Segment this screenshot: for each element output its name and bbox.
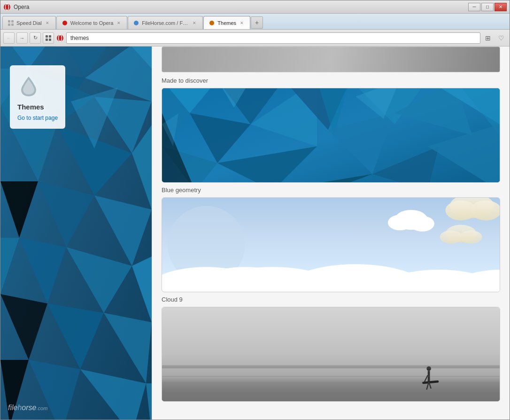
tab-label: Themes bbox=[217, 20, 236, 26]
tab-close-speed-dial[interactable]: ✕ bbox=[44, 20, 51, 26]
theme-info-card: Themes Go to start page bbox=[10, 65, 65, 129]
main-panel[interactable]: Made to discover bbox=[152, 47, 510, 420]
themes-content: Made to discover bbox=[152, 47, 510, 414]
close-button[interactable]: ✕ bbox=[495, 3, 507, 11]
heart-button[interactable]: ♡ bbox=[495, 32, 507, 44]
svg-point-8 bbox=[209, 21, 214, 25]
browser-window: Opera ─ □ ✕ Speed Dial ✕ Welcome to Oper… bbox=[0, 0, 510, 420]
address-input[interactable] bbox=[66, 32, 480, 44]
address-bar: ← → ↻ ⊞ ♡ bbox=[0, 30, 510, 47]
speed-dial-nav-button[interactable] bbox=[43, 32, 54, 44]
section-label-made-to-discover: Made to discover bbox=[162, 77, 500, 84]
sidebar: Themes Go to start page filehorse.com bbox=[0, 47, 152, 420]
tab-label: FileHorse.com / Free Soft... bbox=[142, 20, 189, 26]
section-label-cloud9: Cloud 9 bbox=[162, 296, 500, 303]
section-label-blue-geometry: Blue geometry bbox=[162, 187, 500, 194]
forward-button[interactable]: → bbox=[16, 32, 28, 44]
svg-rect-12 bbox=[49, 39, 51, 41]
tab-close-welcome[interactable]: ✕ bbox=[116, 20, 122, 26]
tab-welcome[interactable]: Welcome to Opera ✕ bbox=[56, 16, 128, 29]
window-controls: ─ □ ✕ bbox=[468, 3, 507, 11]
opera-badge bbox=[56, 34, 64, 42]
svg-point-0 bbox=[4, 4, 10, 10]
cloud9-image bbox=[162, 198, 500, 292]
theme-card-icon bbox=[17, 73, 40, 99]
new-tab-button[interactable]: + bbox=[251, 16, 263, 29]
svg-rect-85 bbox=[162, 366, 500, 368]
svg-point-7 bbox=[134, 21, 139, 25]
theme-preview-beach[interactable] bbox=[162, 307, 500, 402]
stash-button[interactable]: ⊞ bbox=[482, 32, 494, 44]
tab-bar: Speed Dial ✕ Welcome to Opera ✕ FileHors… bbox=[0, 14, 510, 30]
filehorse-icon bbox=[133, 20, 139, 26]
reload-button[interactable]: ↻ bbox=[30, 32, 41, 44]
svg-rect-11 bbox=[46, 39, 48, 41]
back-button[interactable]: ← bbox=[3, 32, 15, 44]
svg-rect-2 bbox=[8, 20, 10, 23]
tab-label: Speed Dial bbox=[16, 20, 42, 26]
window-title: Opera bbox=[14, 4, 468, 10]
svg-point-88 bbox=[426, 366, 431, 371]
restore-button[interactable]: □ bbox=[481, 3, 494, 11]
tab-filehorse[interactable]: FileHorse.com / Free Soft... ✕ bbox=[128, 16, 203, 29]
sidebar-theme-title: Themes bbox=[17, 103, 44, 111]
tab-close-filehorse[interactable]: ✕ bbox=[191, 20, 198, 26]
svg-point-83 bbox=[460, 230, 482, 243]
title-bar: Opera ─ □ ✕ bbox=[0, 0, 510, 14]
svg-point-77 bbox=[410, 216, 434, 232]
sidebar-theme-subtitle[interactable]: Go to start page bbox=[17, 115, 58, 121]
blue-geometry-image bbox=[162, 88, 500, 182]
opera-logo bbox=[3, 3, 11, 11]
svg-rect-5 bbox=[11, 23, 14, 26]
top-partial-preview[interactable] bbox=[162, 47, 500, 72]
sidebar-content: Themes Go to start page bbox=[0, 47, 152, 420]
tab-close-themes[interactable]: ✕ bbox=[239, 20, 245, 26]
svg-rect-4 bbox=[8, 23, 10, 26]
tab-speed-dial[interactable]: Speed Dial ✕ bbox=[2, 16, 56, 29]
tab-themes[interactable]: Themes ✕ bbox=[203, 16, 250, 29]
svg-rect-10 bbox=[49, 35, 51, 38]
welcome-icon bbox=[62, 20, 68, 26]
svg-point-76 bbox=[388, 215, 412, 230]
content-area: Themes Go to start page filehorse.com Ma… bbox=[0, 47, 510, 420]
svg-rect-86 bbox=[162, 382, 500, 401]
minimize-button[interactable]: ─ bbox=[468, 3, 480, 11]
beach-image bbox=[162, 307, 500, 401]
theme-preview-blue-geometry[interactable] bbox=[162, 88, 500, 183]
themes-icon bbox=[209, 20, 215, 26]
svg-point-13 bbox=[57, 35, 63, 41]
tab-label: Welcome to Opera bbox=[70, 20, 114, 26]
filehorse-watermark: filehorse.com bbox=[8, 404, 47, 412]
svg-point-82 bbox=[440, 230, 462, 243]
theme-preview-cloud9[interactable] bbox=[162, 197, 500, 292]
svg-point-6 bbox=[62, 21, 67, 25]
address-right-controls: ⊞ ♡ bbox=[482, 32, 507, 44]
speed-dial-icon bbox=[8, 20, 14, 26]
svg-rect-3 bbox=[11, 20, 14, 23]
svg-rect-9 bbox=[46, 35, 48, 38]
